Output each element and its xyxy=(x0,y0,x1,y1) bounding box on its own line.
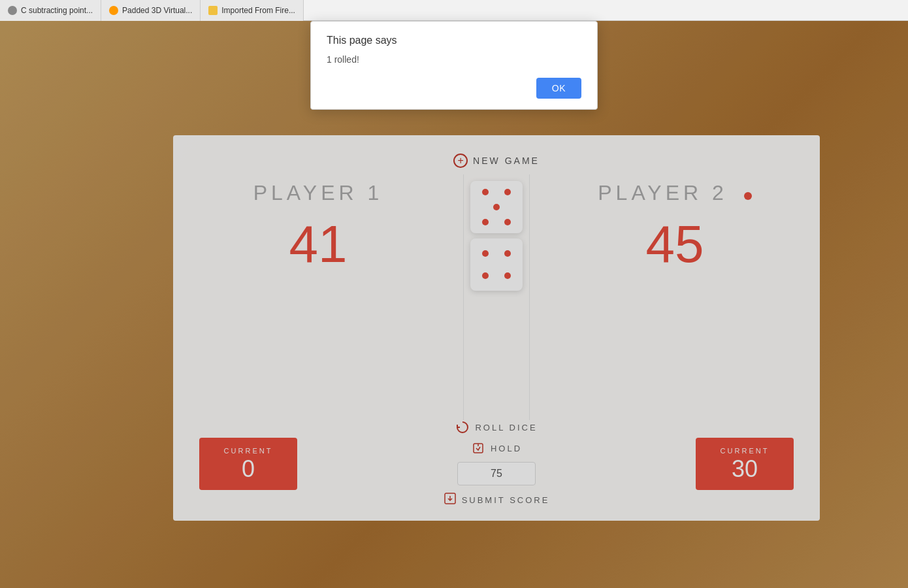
tab-2[interactable]: Padded 3D Virtual... xyxy=(101,0,201,21)
tab-3-label: Imported From Fire... xyxy=(221,6,295,15)
game-background: + NEW GAME PLAYER 1 41 xyxy=(0,21,908,588)
tab-2-favicon xyxy=(109,6,118,15)
dialog-ok-button[interactable]: OK xyxy=(536,78,581,99)
tab-1-favicon xyxy=(8,6,17,15)
dialog-box: This page says 1 rolled! OK xyxy=(310,21,598,110)
dialog-overlay: This page says 1 rolled! OK xyxy=(0,21,908,588)
tab-3[interactable]: Imported From Fire... xyxy=(201,0,304,21)
tab-3-favicon xyxy=(208,6,218,15)
tab-1-label: C subtracting point... xyxy=(21,6,93,15)
tab-1[interactable]: C subtracting point... xyxy=(0,0,101,21)
dialog-message: 1 rolled! xyxy=(327,54,581,65)
tab-2-label: Padded 3D Virtual... xyxy=(122,6,192,15)
browser-bar: C subtracting point... Padded 3D Virtual… xyxy=(0,0,908,21)
dialog-title: This page says xyxy=(327,35,581,46)
